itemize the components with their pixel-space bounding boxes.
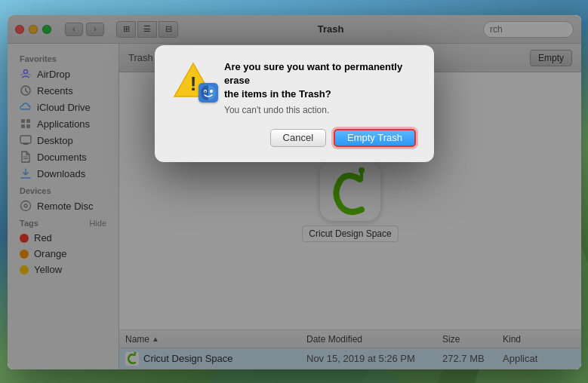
modal-subtitle: You can't undo this action. (224, 105, 416, 115)
svg-point-31 (205, 91, 206, 93)
modal-text: Are you sure you want to permanently era… (224, 60, 416, 115)
desktop: ‹ › ⊞ ☰ ⊟ Trash Favorites AirDrop (0, 0, 588, 383)
empty-trash-dialog: ! (155, 45, 434, 162)
modal-overlay: ! (8, 15, 581, 369)
warning-icon: ! (173, 60, 214, 101)
svg-text:!: ! (190, 72, 197, 95)
finder-badge-icon (199, 83, 218, 103)
cancel-button[interactable]: Cancel (270, 129, 326, 147)
modal-title: Are you sure you want to permanently era… (224, 60, 416, 102)
finder-window: ‹ › ⊞ ☰ ⊟ Trash Favorites AirDrop (8, 15, 581, 369)
svg-point-32 (211, 91, 212, 93)
modal-buttons: Cancel Empty Trash (173, 129, 416, 147)
modal-content: ! (173, 60, 416, 115)
empty-trash-button[interactable]: Empty Trash (334, 129, 416, 147)
